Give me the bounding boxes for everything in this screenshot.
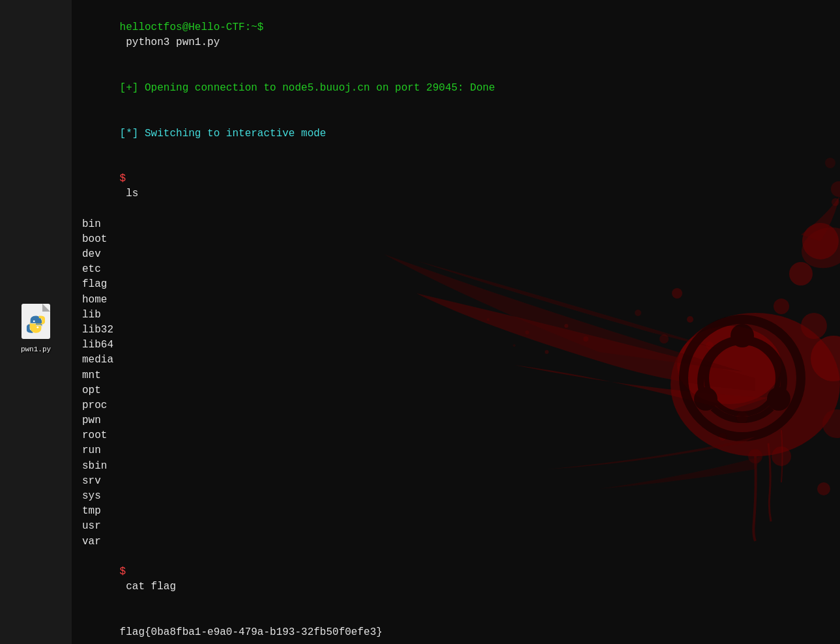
python-logo-icon: [26, 315, 46, 334]
terminal-line-lib: lib: [82, 308, 830, 323]
terminal-line-flag-value: flag{0ba8fba1-e9a0-479a-b193-32fb50f0efe…: [82, 610, 830, 645]
terminal-line-home: home: [82, 293, 830, 308]
terminal-prompt-dollar-1: $: [120, 173, 126, 184]
terminal-line-bin: bin: [82, 217, 830, 232]
terminal-line-run: run: [82, 443, 830, 458]
terminal-line-usr: usr: [82, 519, 830, 534]
terminal-line-root: root: [82, 428, 830, 443]
terminal-line-media: media: [82, 353, 830, 368]
terminal-line-flag: flag: [82, 277, 830, 292]
terminal-line-var: var: [82, 534, 830, 549]
terminal-line-cat: $ cat flag: [82, 549, 830, 610]
terminal-line-opt: opt: [82, 383, 830, 398]
terminal-prompt-dollar-2: $: [120, 566, 126, 578]
file-icon-graphic: [19, 304, 53, 343]
pwn1-file-icon[interactable]: pwn1.py: [15, 300, 57, 357]
file-icon-label: pwn1.py: [21, 345, 51, 353]
terminal-line-lib64: lib64: [82, 338, 830, 353]
svg-point-1: [36, 327, 38, 329]
terminal-line-ls: $ ls: [82, 156, 830, 217]
terminal-line-switching: [*] Switching to interactive mode: [82, 111, 830, 156]
terminal-line-command: helloctfos@Hello-CTF:~$ python3 pwn1.py: [82, 5, 830, 66]
terminal-line-sys: sys: [82, 489, 830, 504]
terminal-output: helloctfos@Hello-CTF:~$ python3 pwn1.py …: [72, 0, 840, 644]
terminal-prompt-user: helloctfos@Hello-CTF:~$: [120, 22, 264, 33]
svg-point-0: [33, 320, 35, 322]
terminal-line-opening: [+] Opening connection to node5.buuoj.cn…: [82, 66, 830, 111]
desktop-sidebar: pwn1.py: [0, 0, 72, 644]
terminal-line-srv: srv: [82, 474, 830, 489]
terminal-line-dev: dev: [82, 247, 830, 262]
terminal-line-pwn: pwn: [82, 413, 830, 428]
terminal-line-proc: proc: [82, 398, 830, 413]
terminal-line-boot: boot: [82, 232, 830, 247]
terminal-window[interactable]: helloctfos@Hello-CTF:~$ python3 pwn1.py …: [72, 0, 840, 644]
terminal-line-tmp: tmp: [82, 504, 830, 519]
terminal-line-etc: etc: [82, 262, 830, 277]
terminal-line-mnt: mnt: [82, 368, 830, 383]
terminal-line-sbin: sbin: [82, 459, 830, 474]
terminal-line-lib32: lib32: [82, 323, 830, 338]
